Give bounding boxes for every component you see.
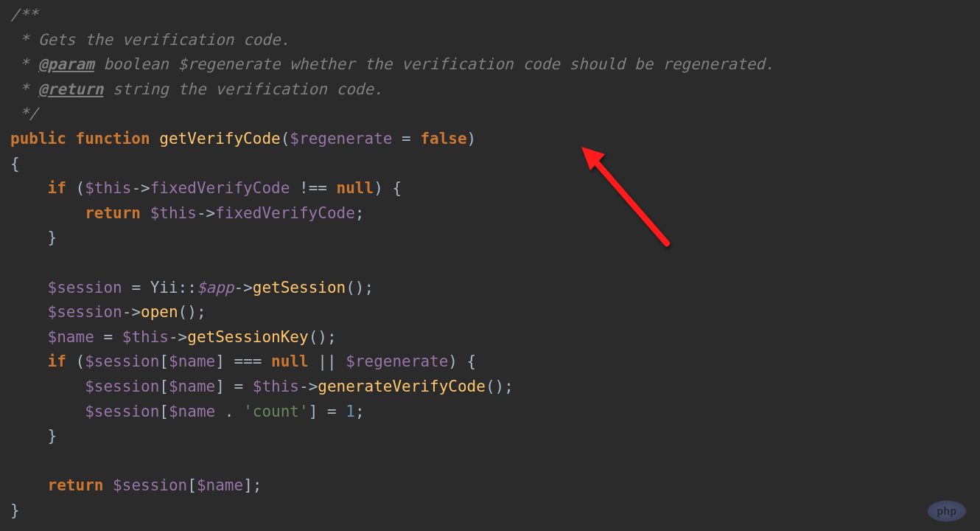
bracket-open: [ — [159, 353, 169, 370]
name-var: $name — [169, 378, 215, 395]
session-var: $session — [85, 353, 159, 370]
call-parens: (); — [178, 303, 206, 321]
brace-close: } — [10, 502, 20, 519]
session-var: $session — [48, 279, 122, 296]
arrow-op: -> — [169, 328, 187, 346]
null-keyword: null — [271, 353, 309, 370]
semicolon: ; — [253, 476, 262, 494]
if-keyword: if — [48, 179, 66, 197]
arrow-op: -> — [234, 279, 252, 296]
false-keyword: false — [420, 130, 466, 148]
name-var: $name — [169, 353, 215, 370]
doc-line: * Gets the verification code. — [10, 31, 290, 49]
arrow-op: -> — [299, 378, 318, 395]
function-name: getVerifyCode — [159, 130, 280, 148]
paren-open: ( — [281, 130, 290, 148]
yii-class: Yii — [150, 279, 178, 296]
docblock-close: */ — [10, 105, 38, 122]
concat-op: . — [215, 403, 243, 420]
if-open: ( — [66, 179, 85, 197]
session-var: $session — [85, 378, 159, 395]
session-var: $session — [48, 303, 122, 321]
brace-open: { — [10, 155, 20, 173]
number-one: 1 — [346, 403, 355, 420]
session-var: $session — [113, 476, 187, 494]
paren-close: ) — [467, 130, 477, 148]
arrow-op: -> — [131, 179, 150, 197]
php-logo-text: php — [927, 500, 967, 522]
name-var: $name — [197, 476, 243, 494]
bracket-close: ] — [215, 378, 225, 395]
arrow-op: -> — [197, 204, 215, 222]
arrow-op: -> — [122, 303, 141, 321]
bracket-close: ] — [243, 476, 253, 494]
or-op: || — [309, 353, 346, 370]
neq-op: !== — [290, 179, 336, 197]
this-var: $this — [150, 204, 197, 222]
generateverifycode-method: generateVerifyCode — [318, 378, 486, 395]
php-watermark-icon: php — [927, 500, 967, 522]
name-var: $name — [48, 328, 94, 346]
return-tag: @return — [38, 80, 104, 98]
code-block: /** * Gets the verification code. * @par… — [10, 3, 970, 523]
param-tag: @param — [38, 55, 94, 73]
equals-op: = — [122, 279, 150, 296]
this-var: $this — [85, 179, 131, 197]
call-parens: (); — [486, 378, 514, 395]
brace-close: } — [48, 427, 57, 445]
bracket-close: ] — [215, 353, 225, 370]
this-var: $this — [122, 328, 169, 346]
bracket-open: [ — [159, 378, 169, 395]
getsessionkey-method: getSessionKey — [187, 328, 308, 346]
this-var: $this — [253, 378, 299, 395]
semicolon: ; — [355, 403, 365, 420]
return-keyword: return — [85, 204, 141, 222]
bracket-open: [ — [187, 476, 197, 494]
getsession-method: getSession — [253, 279, 346, 296]
equals-op: = — [318, 403, 346, 420]
bracket-close: ] — [309, 403, 318, 420]
docblock-open: /** — [10, 6, 38, 24]
null-keyword: null — [337, 179, 374, 197]
prop-fixedverifycode: fixedVerifyCode — [150, 179, 290, 197]
call-parens: (); — [309, 328, 337, 346]
regenerate-var: $regenerate — [346, 353, 448, 370]
equals-op: = — [94, 328, 122, 346]
function-keyword: function — [76, 130, 150, 148]
if-close: ) { — [448, 353, 476, 370]
equals-op: = — [392, 130, 420, 148]
public-keyword: public — [10, 130, 66, 148]
prop-fixedverifycode: fixedVerifyCode — [215, 204, 355, 222]
count-string: 'count' — [243, 403, 309, 420]
equals-op: = — [225, 378, 253, 395]
brace-close: } — [48, 229, 57, 246]
doc-return-line: * @return string the verification code. — [10, 80, 383, 98]
call-parens: (); — [346, 279, 374, 296]
open-method: open — [141, 303, 178, 321]
doc-param-line: * @param boolean $regenerate whether the… — [10, 55, 774, 73]
session-var: $session — [85, 403, 159, 420]
if-open: ( — [66, 353, 85, 370]
return-keyword: return — [48, 476, 104, 494]
app-static: $app — [197, 279, 234, 296]
scope-op: :: — [178, 279, 197, 296]
name-var: $name — [169, 403, 215, 420]
param-regenerate: $regenerate — [290, 130, 392, 148]
bracket-open: [ — [159, 403, 169, 420]
if-keyword: if — [48, 353, 66, 370]
eqeq-op: === — [225, 353, 271, 370]
if-close: ) { — [374, 179, 402, 197]
semicolon: ; — [355, 204, 365, 222]
